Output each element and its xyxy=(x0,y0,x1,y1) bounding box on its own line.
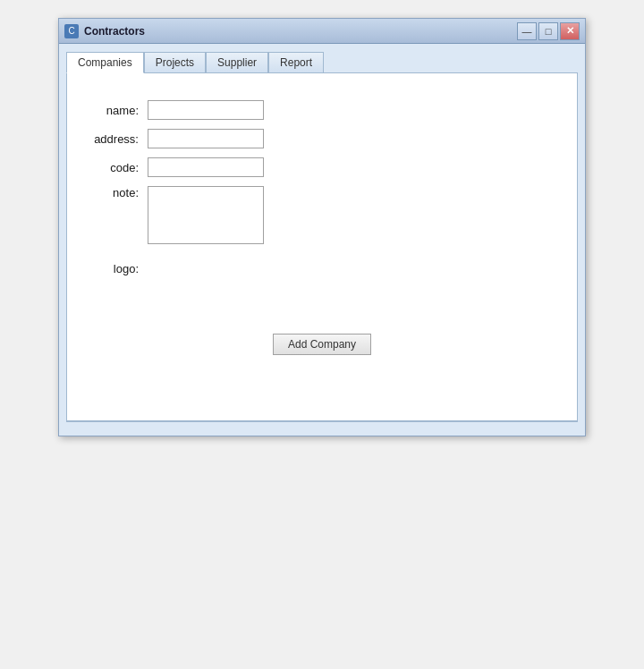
app-icon: C xyxy=(64,24,79,38)
add-company-button[interactable]: Add Company xyxy=(273,334,371,355)
close-button[interactable]: ✕ xyxy=(560,22,580,40)
tab-bar: Companies Projects Supplier Report xyxy=(66,51,578,72)
logo-placeholder xyxy=(148,262,264,307)
address-row: address: xyxy=(85,129,559,148)
address-label: address: xyxy=(85,132,148,146)
logo-section: logo: xyxy=(85,262,559,307)
code-input[interactable] xyxy=(148,157,264,177)
name-input[interactable] xyxy=(148,100,264,120)
tab-supplier[interactable]: Supplier xyxy=(206,52,268,73)
tab-projects[interactable]: Projects xyxy=(144,52,206,73)
name-row: name: xyxy=(85,100,559,120)
minimize-button[interactable]: — xyxy=(517,22,537,40)
tab-companies[interactable]: Companies xyxy=(66,52,144,73)
code-row: code: xyxy=(85,157,559,177)
title-bar-left: C Contractors xyxy=(64,24,145,38)
code-label: code: xyxy=(85,161,148,174)
company-form: name: address: code: note: xyxy=(85,100,559,307)
title-bar: C Contractors — □ ✕ xyxy=(59,19,585,44)
main-window: C Contractors — □ ✕ Companies Projects S… xyxy=(58,18,586,436)
bottom-bar xyxy=(66,421,578,428)
note-label: note: xyxy=(85,186,148,199)
name-label: name: xyxy=(85,104,148,117)
logo-label: logo: xyxy=(85,262,148,275)
title-buttons: — □ ✕ xyxy=(517,22,580,40)
tab-content-companies: name: address: code: note: xyxy=(66,72,578,421)
maximize-button[interactable]: □ xyxy=(538,22,558,40)
content-area: Companies Projects Supplier Report name: xyxy=(59,44,585,436)
address-input[interactable] xyxy=(148,129,264,148)
note-textarea[interactable] xyxy=(148,186,264,244)
window-title: Contractors xyxy=(84,25,145,38)
note-row: note: xyxy=(85,186,559,244)
tab-report[interactable]: Report xyxy=(268,52,324,73)
